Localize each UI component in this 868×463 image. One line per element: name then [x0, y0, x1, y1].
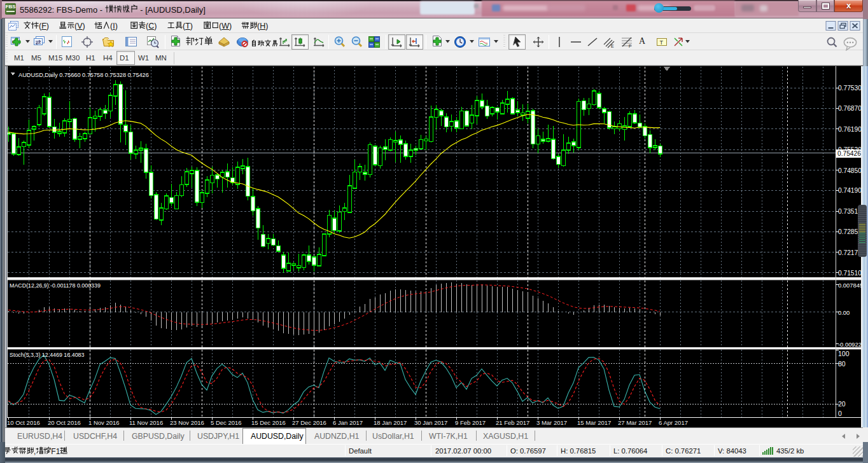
- svg-text:1 Nov 2016: 1 Nov 2016: [88, 419, 120, 426]
- svg-text:20: 20: [838, 400, 846, 408]
- svg-text:15 Mar 2017: 15 Mar 2017: [577, 419, 611, 426]
- svg-text:10 Oct 2016: 10 Oct 2016: [7, 419, 40, 426]
- svg-text:15 Dec 2016: 15 Dec 2016: [251, 419, 286, 426]
- svg-text:0.00: 0.00: [838, 309, 850, 316]
- svg-text:23 Nov 2016: 23 Nov 2016: [170, 419, 204, 426]
- svg-text:80: 80: [838, 360, 846, 368]
- svg-text:9 Feb 2017: 9 Feb 2017: [455, 419, 486, 426]
- svg-text:18 Jan 2017: 18 Jan 2017: [374, 419, 407, 426]
- svg-text:0.75426: 0.75426: [837, 150, 861, 157]
- svg-text:20 Oct 2016: 20 Oct 2016: [48, 419, 81, 426]
- svg-text:0.76190: 0.76190: [838, 126, 862, 133]
- svg-text:0.77530: 0.77530: [838, 85, 862, 92]
- svg-text:6 Jan 2017: 6 Jan 2017: [333, 419, 363, 426]
- svg-text:0.007845: 0.007845: [838, 282, 863, 289]
- svg-text:5 Dec 2016: 5 Dec 2016: [211, 419, 242, 426]
- svg-text:Stoch(5,3,3) 12.4469 16.4083: Stoch(5,3,3) 12.4469 16.4083: [10, 352, 85, 358]
- svg-text:11 Nov 2016: 11 Nov 2016: [129, 419, 163, 426]
- svg-text:-0.00922: -0.00922: [838, 341, 862, 348]
- svg-text:0.74850: 0.74850: [838, 167, 862, 174]
- svg-text:AUDUSD,Daily 0.75660 0.75758: AUDUSD,Daily 0.75660 0.75758 0.75328 0.7…: [18, 72, 149, 78]
- svg-text:100: 100: [838, 350, 850, 357]
- svg-text:21 Feb 2017: 21 Feb 2017: [496, 419, 529, 426]
- svg-text:30 Jan 2017: 30 Jan 2017: [414, 419, 447, 426]
- svg-text:0.76870: 0.76870: [838, 105, 862, 112]
- svg-text:MACD(12,26,9) -0.001178 0.0003: MACD(12,26,9) -0.001178 0.000339: [10, 282, 101, 289]
- svg-text:0: 0: [838, 410, 842, 417]
- svg-text:3 Mar 2017: 3 Mar 2017: [536, 419, 567, 426]
- svg-text:0.71510: 0.71510: [838, 270, 862, 277]
- svg-text:6 Apr 2017: 6 Apr 2017: [659, 419, 688, 426]
- svg-text:0.74190: 0.74190: [838, 187, 862, 194]
- svg-text:27 Dec 2016: 27 Dec 2016: [292, 419, 326, 426]
- svg-text:27 Mar 2017: 27 Mar 2017: [618, 419, 652, 426]
